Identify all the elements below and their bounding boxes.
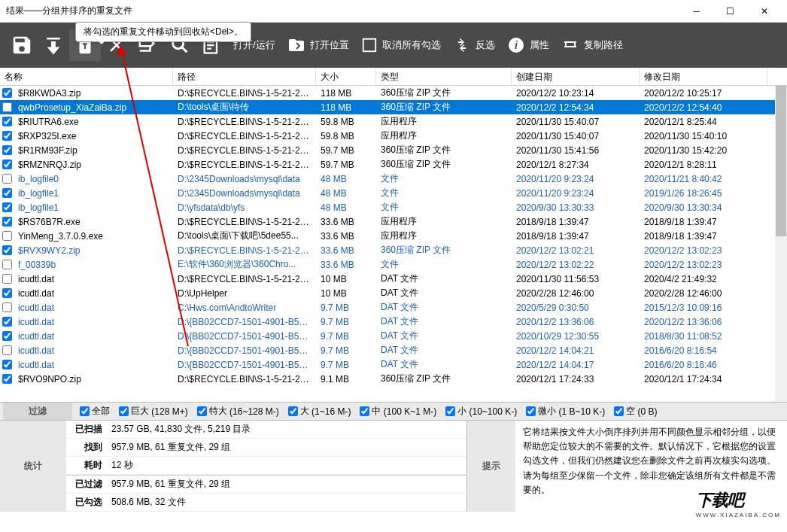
cell-modified: 2020/12/1 17:24:34: [640, 374, 767, 385]
cell-path: D:\$RECYCLE.BIN\S-1-5-21-21...: [173, 274, 316, 284]
cell-type: DAT 文件: [376, 272, 512, 285]
table-row[interactable]: icudtl.datC:\Hws.com\AndtoWriter9.7 MBDA…: [0, 300, 787, 315]
table-row[interactable]: f_00339bE:\软件\360浏览器\360Chro...33.6 MB文件…: [0, 257, 787, 272]
close-button[interactable]: ✕: [747, 0, 781, 23]
table-row[interactable]: $RVX9WY2.zipD:\$RECYCLE.BIN\S-1-5-21-21.…: [0, 243, 787, 257]
table-row[interactable]: icudtl.datD:\$RECYCLE.BIN\S-1-5-21-21...…: [0, 272, 787, 286]
row-checkbox[interactable]: [0, 102, 14, 112]
table-row[interactable]: $RMZNRQJ.zipD:\$RECYCLE.BIN\S-1-5-21-21.…: [0, 157, 787, 172]
cell-created: 2020/11/30 15:40:07: [512, 117, 640, 127]
filter-xl[interactable]: 特大 (16~128 M-): [197, 405, 279, 418]
header-created[interactable]: 创建日期: [512, 68, 640, 85]
cell-type: DAT 文件: [376, 315, 512, 328]
filter-all[interactable]: 全部: [80, 405, 110, 418]
cell-modified: 2020/12/2 13:02:23: [640, 260, 767, 270]
table-row[interactable]: $R1RM93F.zipD:\$RECYCLE.BIN\S-1-5-21-21.…: [0, 143, 787, 157]
cell-size: 59.7 MB: [316, 160, 376, 170]
cell-created: 2020/10/29 12:30:55: [512, 331, 640, 342]
cell-path: D:\{BB02CCD7-1501-4901-B5E...: [173, 317, 316, 327]
cell-type: 应用程序: [376, 230, 512, 242]
row-checkbox[interactable]: [0, 288, 14, 298]
table-row[interactable]: icudtl.datD:\UpHelper10 MBDAT 文件2020/2/2…: [0, 286, 787, 300]
row-checkbox[interactable]: [0, 217, 14, 226]
row-checkbox[interactable]: [0, 360, 14, 369]
row-checkbox[interactable]: [0, 331, 14, 341]
download-icon[interactable]: [38, 29, 69, 61]
cell-name: $R8KWDA3.zip: [14, 88, 173, 99]
table-row[interactable]: $R8KWDA3.zipD:\$RECYCLE.BIN\S-1-5-21-21.…: [0, 86, 787, 100]
invert-button[interactable]: 反选: [447, 33, 501, 57]
row-checkbox[interactable]: [0, 188, 14, 198]
filter-empty[interactable]: 空 (0 B): [614, 405, 657, 418]
row-checkbox[interactable]: [0, 88, 14, 98]
cell-size: 118 MB: [316, 88, 376, 99]
row-checkbox[interactable]: [0, 117, 14, 126]
table-row[interactable]: $RS76B7R.exeD:\$RECYCLE.BIN\S-1-5-21-21.…: [0, 214, 787, 229]
table-row[interactable]: ib_logfile1D:\yfsdata\db\yfs48 MB文件2020/…: [0, 200, 787, 214]
cell-created: 2020/11/20 9:23:24: [512, 188, 640, 199]
filter-tiny[interactable]: 微小 (1 B~10 K-): [526, 405, 605, 418]
table-row[interactable]: qwbProsetup_XiaZaiBa.zipD:\tools\桌面\待传11…: [0, 100, 787, 114]
cell-path: D:\tools\桌面\待传: [173, 101, 316, 114]
table-row[interactable]: ib_logfile1D:\2345Downloads\mysql\data48…: [0, 186, 787, 200]
table-row[interactable]: ib_logfile0D:\2345Downloads\mysql\data48…: [0, 172, 787, 186]
table-row[interactable]: $RVO9NPO.zipD:\$RECYCLE.BIN\S-1-5-21-21.…: [0, 372, 787, 386]
minimize-button[interactable]: ─: [679, 0, 713, 23]
deselect-all-button[interactable]: 取消所有勾选: [355, 34, 447, 56]
table-row[interactable]: icudtl.datD:\{BB02CCD7-1501-4901-B5E...9…: [0, 343, 787, 357]
cell-path: D:\$RECYCLE.BIN\S-1-5-21-21...: [173, 217, 316, 227]
table-row[interactable]: icudtl.datD:\{BB02CCD7-1501-4901-B5E...9…: [0, 357, 787, 372]
header-modified[interactable]: 修改日期: [640, 68, 767, 85]
cell-size: 9.7 MB: [316, 331, 376, 342]
row-checkbox[interactable]: [0, 317, 14, 327]
row-checkbox[interactable]: [0, 345, 14, 355]
filter-small[interactable]: 小 (10~100 K-): [445, 405, 517, 418]
cell-modified: 2019/1/26 18:26:45: [640, 188, 767, 199]
cell-name: icudtl.dat: [14, 288, 173, 299]
row-checkbox[interactable]: [0, 245, 14, 255]
cell-path: D:\UpHelper: [173, 288, 316, 299]
row-checkbox[interactable]: [0, 231, 14, 241]
properties-button[interactable]: i属性: [501, 33, 555, 57]
row-checkbox[interactable]: [0, 302, 14, 312]
table-row[interactable]: $RXP325I.exeD:\$RECYCLE.BIN\S-1-5-21-21.…: [0, 129, 787, 143]
cell-modified: 2020/12/2 13:02:23: [640, 245, 767, 256]
row-checkbox[interactable]: [0, 374, 14, 384]
table-row[interactable]: icudtl.datD:\{BB02CCD7-1501-4901-B5E...9…: [0, 329, 787, 343]
copy-path-button[interactable]: 复制路径: [555, 33, 629, 57]
filter-label: 过滤: [3, 403, 72, 420]
tooltip: 将勾选的重复文件移动到回收站<Del>。: [75, 22, 251, 42]
row-checkbox[interactable]: [0, 131, 14, 141]
cell-name: f_00339b: [14, 260, 173, 270]
header-type[interactable]: 类型: [376, 68, 512, 85]
cell-type: DAT 文件: [376, 330, 512, 342]
filter-large[interactable]: 大 (1~16 M-): [288, 405, 351, 418]
row-checkbox[interactable]: [0, 174, 14, 184]
table-row[interactable]: YinMeng_3.7.0.9.exeD:\tools\桌面\下载吧\5dee5…: [0, 229, 787, 243]
cell-type: 文件: [376, 258, 512, 271]
cell-path: D:\{BB02CCD7-1501-4901-B5E...: [173, 331, 316, 342]
cell-path: D:\$RECYCLE.BIN\S-1-5-21-21...: [173, 131, 316, 141]
table-row[interactable]: icudtl.datD:\{BB02CCD7-1501-4901-B5E...9…: [0, 315, 787, 329]
cell-size: 33.6 MB: [316, 231, 376, 242]
cell-modified: 2020/12/2 12:54:40: [640, 102, 767, 113]
maximize-button[interactable]: ☐: [713, 0, 747, 23]
row-checkbox[interactable]: [0, 202, 14, 212]
cell-created: 2020/5/29 0:30:50: [512, 302, 640, 313]
cell-size: 59.7 MB: [316, 145, 376, 156]
cell-name: $R1RM93F.zip: [14, 145, 173, 156]
filter-huge[interactable]: 巨大 (128 M+): [119, 405, 188, 418]
row-checkbox[interactable]: [0, 260, 14, 269]
header-size[interactable]: 大小: [316, 68, 376, 85]
header-name[interactable]: 名称: [0, 68, 173, 85]
save-icon[interactable]: [6, 29, 38, 61]
filter-med[interactable]: 中 (100 K~1 M-): [360, 405, 436, 418]
cell-created: 2020/12/1 8:27:34: [512, 160, 640, 170]
row-checkbox[interactable]: [0, 274, 14, 284]
header-path[interactable]: 路径: [173, 68, 316, 85]
row-checkbox[interactable]: [0, 160, 14, 169]
vertical-scrollbar[interactable]: [775, 86, 787, 402]
open-location-button[interactable]: 打开位置: [281, 33, 355, 57]
row-checkbox[interactable]: [0, 145, 14, 155]
table-row[interactable]: $RIUTRA6.exeD:\$RECYCLE.BIN\S-1-5-21-21.…: [0, 114, 787, 129]
